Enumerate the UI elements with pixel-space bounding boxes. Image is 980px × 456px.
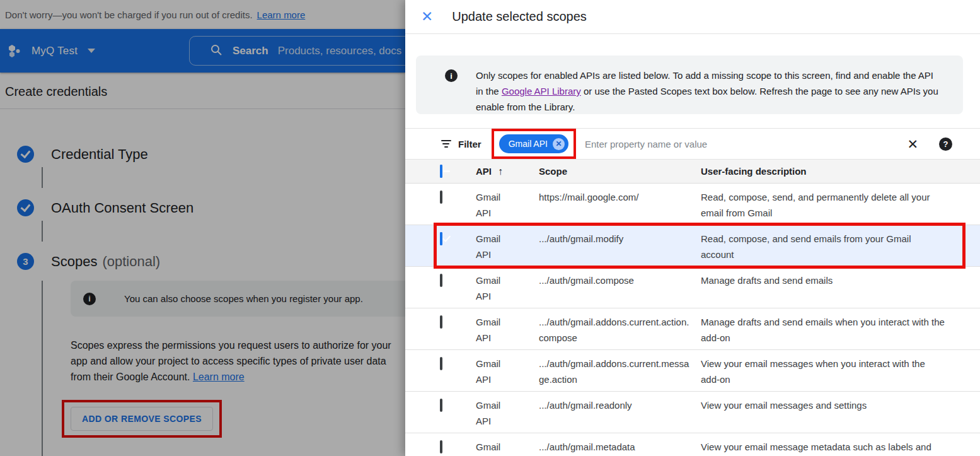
step-label: OAuth Consent Screen: [51, 200, 193, 216]
page-title: Create credentials: [0, 73, 405, 108]
background-page: Don't worry—you won't be charged if you …: [0, 0, 405, 456]
clear-filter-icon[interactable]: ✕: [907, 137, 918, 151]
step-label: Credential Type: [51, 146, 148, 163]
google-api-library-link[interactable]: Google API Library: [502, 86, 581, 96]
scope-table-row[interactable]: Gmail API .../auth/gmail.metadata View y…: [405, 433, 980, 456]
scope-row-api: Gmail API: [476, 397, 507, 429]
scope-row-scope: .../auth/gmail.modify: [539, 231, 701, 262]
chip-label: Gmail API: [509, 139, 548, 149]
step-optional-suffix: (optional): [102, 254, 160, 269]
filter-icon: [441, 140, 451, 148]
help-icon[interactable]: ?: [939, 137, 952, 151]
free-trial-banner: Don't worry—you won't be charged if you …: [0, 0, 405, 29]
scopes-learn-more-link[interactable]: Learn more: [193, 371, 245, 382]
scope-row-scope: .../auth/gmail.compose: [539, 272, 701, 304]
search-placeholder-text: Products, resources, docs: [278, 45, 402, 57]
scope-row-checkbox[interactable]: [440, 357, 442, 370]
scopes-step-content: i You can also choose scopes when you re…: [42, 281, 405, 456]
scope-row-checkbox[interactable]: [440, 399, 442, 412]
scope-row-description: Manage drafts and send emails when you i…: [701, 314, 980, 346]
scopes-description: Scopes express the permissions you reque…: [71, 337, 405, 385]
scope-row-checkbox[interactable]: [440, 440, 442, 453]
chip-remove-icon[interactable]: ✕: [553, 138, 565, 150]
select-all-checkbox[interactable]: [440, 165, 442, 178]
filter-bar: Filter Gmail API ✕ ✕ ?: [405, 128, 980, 160]
step-done-check-icon: [17, 146, 34, 163]
stepper-connector: [42, 221, 43, 242]
scopes-note: i You can also choose scopes when you re…: [71, 281, 405, 317]
column-header-description[interactable]: User-facing description: [701, 166, 980, 177]
chevron-down-icon: [88, 49, 95, 53]
scope-row-checkbox[interactable]: [440, 274, 442, 287]
add-or-remove-scopes-button[interactable]: ADD OR REMOVE SCOPES: [71, 407, 213, 431]
gmail-api-chip-highlight-box: Gmail API ✕: [492, 129, 576, 159]
scope-row-scope: .../auth/gmail.addons.current.action.com…: [539, 314, 701, 346]
filter-chip-gmail-api[interactable]: Gmail API ✕: [499, 134, 568, 153]
scope-row-api: Gmail API: [476, 356, 507, 387]
panel-header: ✕ Update selected scopes: [405, 0, 980, 34]
panel-title: Update selected scopes: [452, 9, 586, 24]
scope-row-description: Read, compose, send, and permanently del…: [701, 189, 980, 221]
scopes-table-header: API↑ Scope User-facing description: [405, 160, 980, 184]
scope-row-api: Gmail API: [476, 439, 507, 456]
column-header-scope[interactable]: Scope: [539, 166, 701, 177]
scope-row-api: Gmail API: [476, 314, 507, 346]
sort-ascending-icon: ↑: [498, 166, 503, 177]
filter-label: Filter: [458, 139, 481, 149]
scopes-table-body: Gmail API https://mail.google.com/ Read,…: [405, 184, 980, 456]
project-switcher[interactable]: MyQ Test: [32, 45, 95, 57]
scope-row-api: Gmail API: [476, 272, 507, 304]
project-name: MyQ Test: [32, 45, 78, 57]
scope-row-scope: .../auth/gmail.addons.current.message.ac…: [539, 356, 701, 387]
scope-table-row[interactable]: Gmail API .../auth/gmail.readonly View y…: [405, 392, 980, 433]
scope-table-row[interactable]: Gmail API .../auth/gmail.compose Manage …: [405, 267, 980, 308]
scope-row-scope: https://mail.google.com/: [539, 189, 701, 221]
step-credential-type[interactable]: Credential Type: [17, 146, 405, 163]
close-icon[interactable]: ✕: [421, 9, 433, 24]
scope-row-description: View your email message metadata such as…: [701, 439, 980, 456]
scopes-note-text: You can also choose scopes when you regi…: [124, 293, 363, 304]
scope-row-checkbox[interactable]: [440, 190, 442, 204]
scope-row-description: View your email messages and settings: [701, 397, 980, 429]
cloud-project-logo-icon: [8, 44, 23, 59]
scope-row-scope: .../auth/gmail.metadata: [539, 439, 701, 456]
stepper-connector: [42, 167, 43, 188]
info-icon: i: [445, 69, 458, 82]
info-icon: i: [83, 293, 96, 305]
search-icon: [210, 44, 222, 59]
step-scopes[interactable]: 3 Scopes(optional): [17, 253, 405, 270]
step-label: Scopes(optional): [51, 254, 160, 270]
info-card-text: Only scopes for enabled APIs are listed …: [476, 67, 942, 114]
enabled-apis-info-card: i Only scopes for enabled APIs are liste…: [416, 56, 963, 114]
screen: Don't worry—you won't be charged if you …: [0, 0, 980, 456]
scope-row-api: Gmail API: [476, 189, 507, 221]
scope-row-description: Manage drafts and send emails: [701, 272, 980, 304]
scope-row-scope: .../auth/gmail.readonly: [539, 397, 701, 429]
app-bar: MyQ Test Search Products, resources, doc…: [0, 29, 405, 73]
step-number-badge: 3: [17, 253, 34, 270]
scope-row-api: Gmail API: [476, 231, 507, 262]
step-oauth-consent-screen[interactable]: OAuth Consent Screen: [17, 199, 405, 216]
search-label: Search: [233, 45, 268, 57]
scope-table-row[interactable]: Gmail API .../auth/gmail.addons.current.…: [405, 308, 980, 350]
update-scopes-panel: ✕ Update selected scopes i Only scopes f…: [405, 0, 980, 456]
global-search-box[interactable]: Search Products, resources, docs: [189, 36, 405, 66]
scope-table-row[interactable]: Gmail API .../auth/gmail.addons.current.…: [405, 350, 980, 392]
divider: [0, 108, 405, 109]
scope-table-row[interactable]: Gmail API https://mail.google.com/ Read,…: [405, 184, 980, 225]
scope-row-description: Read, compose, and send emails from your…: [701, 231, 980, 262]
credentials-stepper: Credential Type OAuth Consent Screen 3 S…: [17, 146, 405, 456]
scope-row-checkbox[interactable]: [440, 315, 442, 329]
scope-row-checkbox[interactable]: [440, 232, 442, 245]
column-header-api[interactable]: API↑: [476, 166, 539, 177]
filter-input[interactable]: [585, 139, 907, 149]
banner-learn-more-link[interactable]: Learn more: [257, 9, 306, 20]
scope-row-description: View your email messages when you intera…: [701, 356, 980, 387]
add-scopes-highlight-box: ADD OR REMOVE SCOPES: [62, 400, 222, 438]
step-done-check-icon: [17, 199, 34, 216]
scope-table-row[interactable]: Gmail API .../auth/gmail.modify Read, co…: [405, 225, 980, 267]
banner-text: Don't worry—you won't be charged if you …: [5, 9, 253, 20]
